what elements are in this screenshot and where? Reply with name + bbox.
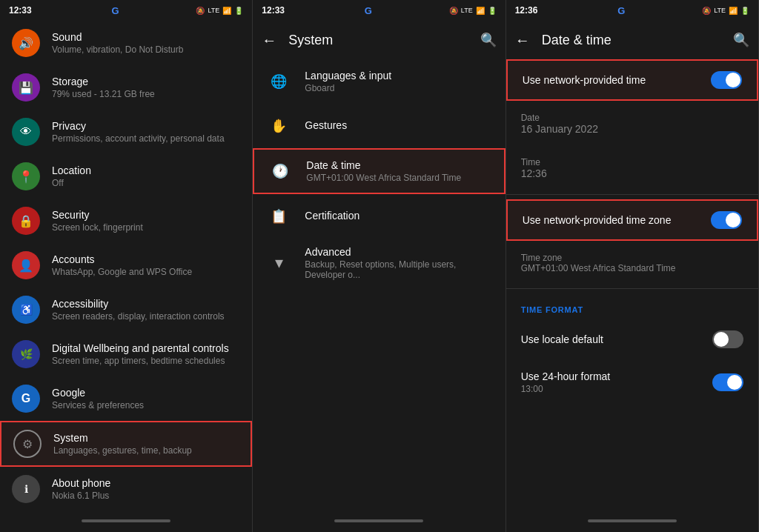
status-icons-3: 🔕 LTE 📶 🔋 [702,7,749,15]
toolbar-title-2: System [288,33,480,48]
lte-icon-1: LTE [208,7,219,14]
status-time-1: 12:33 [9,5,32,16]
back-button-2[interactable]: ← [262,32,276,49]
system-subtitle: Languages, gestures, time, backup [53,445,239,456]
24hour-title: Use 24-hour format [521,370,703,382]
settings-item-privacy[interactable]: 👁 Privacy Permissions, account activity,… [0,110,252,154]
settings-item-security[interactable]: 🔒 Security Screen lock, fingerprint [0,199,252,243]
toolbar-3: ← Date & time 🔍 [506,21,758,59]
locale-default-toggle-knob [714,332,729,347]
24hour-toggle[interactable] [712,373,743,391]
datetime-list: Use network-provided time Date 16 Januar… [506,59,758,510]
datetime-subtitle: GMT+01:00 West Africa Standard Time [306,173,491,183]
back-button-3[interactable]: ← [515,32,530,49]
certification-title: Certification [305,210,493,222]
privacy-title: Privacy [52,120,240,132]
accessibility-title: Accessibility [52,298,240,310]
about-icon: ℹ [12,475,40,503]
sound-title: Sound [52,31,240,43]
lte-icon-3: LTE [714,7,726,14]
settings-item-google[interactable]: G Google Services & preferences [0,376,252,421]
date-value: 16 January 2022 [521,123,743,135]
settings-item-accessibility[interactable]: ♿ Accessibility Screen readers, display,… [0,287,252,332]
network-timezone-title: Use network-provided time zone [523,214,702,226]
locale-default-toggle[interactable] [712,330,743,348]
about-subtitle: Nokia 6.1 Plus [52,491,240,501]
time-format-header: TIME FORMAT [506,293,758,319]
home-indicator-3 [588,519,677,522]
mute-icon-3: 🔕 [702,7,711,15]
battery-icon-3: 🔋 [740,7,749,15]
home-indicator-2 [334,519,423,522]
advanced-icon: ▾ [265,249,293,277]
datetime-icon: 🕐 [266,157,294,185]
settings-item-system[interactable]: ⚙ System Languages, gestures, time, back… [0,421,252,467]
system-item-datetime[interactable]: 🕐 Date & time GMT+01:00 West Africa Stan… [253,148,505,194]
settings-item-location[interactable]: 📍 Location Off [0,154,252,199]
system-item-gestures[interactable]: ✋ Gestures [253,104,505,148]
toolbar-2: ← System 🔍 [253,21,505,59]
status-bar-2: 12:33 G 🔕 LTE 📶 🔋 [253,0,505,21]
accounts-title: Accounts [52,253,240,265]
date-label: Date [521,113,743,123]
settings-item-storage[interactable]: 💾 Storage 79% used - 13.21 GB free [0,65,252,110]
google-icon: G [12,385,40,413]
certification-icon: 📋 [265,202,293,230]
timezone-value: GMT+01:00 West Africa Standard Time [521,263,743,273]
network-timezone-item[interactable]: Use network-provided time zone [506,199,758,241]
system-icon: ⚙ [13,430,42,458]
status-bar-1: 12:33 G 🔕 LTE 📶 🔋 [0,0,252,21]
advanced-title: Advanced [305,246,493,258]
settings-item-digital-wellbeing[interactable]: 🌿 Digital Wellbeing and parental control… [0,332,252,376]
bottom-nav-2 [253,510,505,532]
accessibility-icon: ♿ [12,296,40,324]
security-title: Security [52,209,240,221]
settings-item-about[interactable]: ℹ About phone Nokia 6.1 Plus [0,467,252,510]
divider-2 [506,288,758,289]
security-subtitle: Screen lock, fingerprint [52,222,240,233]
location-title: Location [52,164,240,176]
advanced-subtitle: Backup, Reset options, Multiple users, D… [305,259,493,280]
network-time-toggle-knob [726,73,740,87]
24hour-subtitle: 13:00 [521,384,703,394]
system-item-advanced[interactable]: ▾ Advanced Backup, Reset options, Multip… [253,239,505,287]
storage-subtitle: 79% used - 13.21 GB free [52,89,240,99]
bottom-nav-3 [506,510,758,532]
settings-list-1: 🔊 Sound Volume, vibration, Do Not Distur… [0,21,252,510]
search-button-2[interactable]: 🔍 [480,32,497,48]
network-time-item[interactable]: Use network-provided time [506,59,758,101]
settings-item-sound[interactable]: 🔊 Sound Volume, vibration, Do Not Distur… [0,21,252,65]
accounts-subtitle: WhatsApp, Google and WPS Office [52,267,240,277]
settings-item-accounts[interactable]: 👤 Accounts WhatsApp, Google and WPS Offi… [0,243,252,287]
digital-wellbeing-subtitle: Screen time, app timers, bedtime schedul… [52,356,240,366]
system-list: 🌐 Languages & input Gboard ✋ Gestures 🕐 … [253,59,505,510]
gestures-icon: ✋ [265,112,293,140]
languages-icon: 🌐 [265,67,293,96]
divider-1 [506,194,758,195]
locale-default-title: Use locale default [521,333,703,345]
status-time-2: 12:33 [262,5,285,16]
timezone-item: Time zone GMT+01:00 West Africa Standard… [506,241,758,284]
bottom-nav-1 [0,510,252,532]
system-item-languages[interactable]: 🌐 Languages & input Gboard [253,59,505,104]
locale-default-item[interactable]: Use locale default [506,319,758,360]
location-icon: 📍 [12,162,40,190]
system-panel: 12:33 G 🔕 LTE 📶 🔋 ← System 🔍 🌐 Languages… [253,0,506,532]
sound-subtitle: Volume, vibration, Do Not Disturb [52,44,240,55]
search-button-3[interactable]: 🔍 [733,32,749,48]
network-timezone-toggle-knob [726,213,740,227]
digital-wellbeing-title: Digital Wellbeing and parental controls [52,342,240,354]
storage-icon: 💾 [12,73,40,102]
24hour-item[interactable]: Use 24-hour format 13:00 [506,360,758,405]
g-logo-2: G [365,5,372,16]
network-timezone-toggle[interactable] [711,211,742,229]
system-item-certification[interactable]: 📋 Certification [253,194,505,239]
mute-icon-1: 🔕 [196,7,205,15]
accounts-icon: 👤 [12,251,40,279]
signal-icon-3: 📶 [729,7,738,15]
network-time-toggle[interactable] [711,71,742,89]
datetime-title: Date & time [306,159,491,171]
date-item: Date 16 January 2022 [506,101,758,145]
status-icons-1: 🔕 LTE 📶 🔋 [196,7,243,15]
languages-subtitle: Gboard [305,83,493,93]
